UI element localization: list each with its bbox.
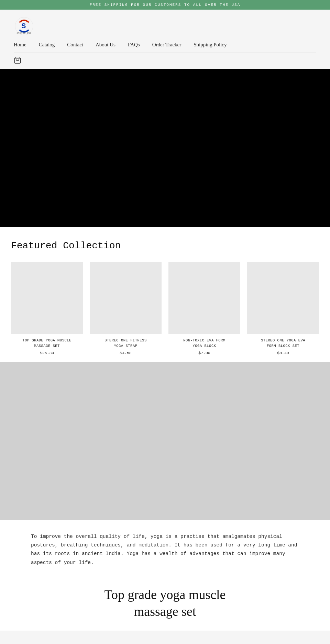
site-logo[interactable]: S STEREO ONE [14,16,34,36]
cart-button[interactable] [14,56,21,65]
featured-title: Featured Collection [11,240,319,251]
text-section: To improve the overall quality of life, … [0,520,330,580]
product-name-1: TOP GRADE YOGA MUSCLEMASSAGE SET [22,338,72,349]
bottom-heading-text: Top grade yoga muscle massage set [11,586,319,620]
cart-icon [14,56,21,64]
main-nav: Home Catalog Contact About Us FAQs Order… [14,42,316,53]
nav-faqs[interactable]: FAQs [128,42,140,48]
product-name-3: NON-TOXIC EVA FORMYOGA BLOCK [183,338,225,349]
product-name-4: STEREO ONE YOGA EVAFORM BLOCK SET [261,338,305,349]
body-text: To improve the overall quality of life, … [31,532,299,567]
bottom-product-heading: Top grade yoga muscle massage set [0,579,330,631]
nav-contact[interactable]: Contact [67,42,83,48]
product-card-3[interactable]: NON-TOXIC EVA FORMYOGA BLOCK $7.00 [168,262,240,355]
large-image-section [0,362,330,520]
announcement-text: FREE SHIPPING FOR OUR CUSTOMERS TO ALL O… [90,3,241,7]
product-name-2: STEREO ONE FITNESSYOGA STRAP [104,338,146,349]
nav-order-tracker[interactable]: Order Tracker [152,42,182,48]
product-image-3 [168,262,240,334]
nav-catalog[interactable]: Catalog [39,42,55,48]
product-price-1: $26.30 [40,351,54,355]
product-card-2[interactable]: STEREO ONE FITNESSYOGA STRAP $4.58 [90,262,162,355]
logo-row: S STEREO ONE [14,16,316,36]
featured-section: Featured Collection TOP GRADE YOGA MUSCL… [0,227,330,362]
product-price-3: $7.00 [198,351,210,355]
product-price-2: $4.58 [120,351,132,355]
product-card-4[interactable]: STEREO ONE YOGA EVAFORM BLOCK SET $8.40 [247,262,319,355]
products-grid: TOP GRADE YOGA MUSCLEMASSAGE SET $26.30 … [11,262,319,355]
header: S STEREO ONE Home Catalog Contact About … [0,10,330,69]
product-image-4 [247,262,319,334]
nav-about-us[interactable]: About Us [96,42,116,48]
product-price-4: $8.40 [277,351,289,355]
svg-text:STEREO ONE: STEREO ONE [17,32,32,34]
hero-banner [0,69,330,227]
announcement-bar: FREE SHIPPING FOR OUR CUSTOMERS TO ALL O… [0,0,330,10]
product-card-1[interactable]: TOP GRADE YOGA MUSCLEMASSAGE SET $26.30 [11,262,83,355]
product-image-2 [90,262,162,334]
nav-home[interactable]: Home [14,42,26,48]
nav-shipping-policy[interactable]: Shipping Policy [194,42,227,48]
cart-row [14,53,316,69]
svg-text:S: S [21,22,26,30]
product-image-1 [11,262,83,334]
